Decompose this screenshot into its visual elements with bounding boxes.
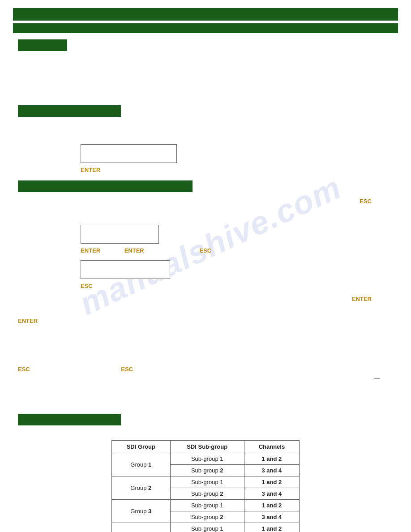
section1-text — [18, 124, 393, 134]
body-text-2 — [18, 333, 393, 363]
dash-symbol: — — [374, 374, 380, 381]
group-2-cell: Group 2 — [112, 476, 171, 500]
input-box-1[interactable] — [81, 144, 177, 163]
table-row: Group 1 Sub-group 1 1 and 2 — [112, 453, 300, 465]
esc-body-text: ESC ESC — [18, 365, 269, 374]
group3-subgroup2-cell: Sub-group 2 — [170, 511, 244, 523]
enter-key-row-1: ENTER — [81, 167, 393, 173]
group3-channels1-cell: 1 and 2 — [244, 500, 299, 511]
page-wrapper: manualshive.com ENTER — [0, 8, 411, 532]
section-title-bar-2 — [18, 180, 193, 192]
group4-channels1-cell: 1 and 2 — [244, 523, 299, 532]
esc-key-label-right-1: ESC — [360, 198, 372, 205]
group2-subgroup1-cell: Sub-group 1 — [170, 476, 244, 488]
enter-key-row-bottom: ENTER — [18, 317, 393, 324]
esc-key-label-3: ESC — [18, 366, 30, 373]
sdi-table: SDI Group SDI Sub-group Channels Group 1… — [111, 440, 300, 532]
group-3-cell: Group 3 — [112, 500, 171, 523]
group2-channels1-cell: 1 and 2 — [244, 476, 299, 488]
esc-dash-row: ESC ESC — — [18, 365, 393, 374]
esc-key-row-1: ESC — [81, 283, 393, 289]
content-area: ENTER ESC ENTER ENTER ESC ESC — [0, 33, 411, 532]
group-1-cell: Group 1 — [112, 453, 171, 476]
enter-key-label-bottom: ENTER — [18, 317, 38, 324]
section-title-bar-3 — [18, 414, 121, 425]
enter-key-label-1: ENTER — [81, 167, 100, 173]
table-header-group: SDI Group — [112, 441, 171, 453]
body-text-3 — [18, 382, 393, 401]
section-title-bar-1 — [18, 105, 121, 117]
table-row: Group 4 Sub-group 1 1 and 2 — [112, 523, 300, 532]
enter-key-label-right: ENTER — [352, 296, 372, 302]
esc-key-label-4: ESC — [121, 366, 133, 373]
table-row: Group 2 Sub-group 1 1 and 2 — [112, 476, 300, 488]
group2-channels2-cell: 3 and 4 — [244, 488, 299, 500]
group-4-cell: Group 4 — [112, 523, 171, 532]
group1-subgroup2-cell: Sub-group 2 — [170, 465, 244, 476]
input-box-2[interactable] — [81, 225, 159, 244]
group1-channels1-cell: 1 and 2 — [244, 453, 299, 465]
group1-subgroup1-cell: Sub-group 1 — [170, 453, 244, 465]
table-section: SDI Group SDI Sub-group Channels Group 1… — [18, 440, 393, 532]
esc-key-label-2: ESC — [81, 283, 93, 289]
esc-key-label-inline-1: ESC — [199, 247, 211, 254]
body-text-1 — [18, 296, 269, 315]
table-header-channels: Channels — [244, 441, 299, 453]
group3-subgroup1-cell: Sub-group 1 — [170, 500, 244, 511]
body-text-row-1: ENTER — [18, 296, 393, 315]
enter-key-row-2: ENTER ENTER ESC — [81, 247, 393, 254]
group1-channels2-cell: 3 and 4 — [244, 465, 299, 476]
group2-subgroup2-cell: Sub-group 2 — [170, 488, 244, 500]
group3-channels2-cell: 3 and 4 — [244, 511, 299, 523]
enter-key-label-2: ENTER — [81, 247, 100, 254]
table-header-subgroup: SDI Sub-group — [170, 441, 244, 453]
header-bar-1 — [13, 8, 398, 21]
intro-text-block — [18, 59, 393, 78]
section2-body-text — [18, 198, 309, 218]
input-box-3[interactable] — [81, 260, 170, 279]
section2-text-row: ESC — [18, 198, 393, 218]
header-bar-2 — [13, 23, 398, 33]
small-green-box — [18, 39, 67, 51]
table-row: Group 3 Sub-group 1 1 and 2 — [112, 500, 300, 511]
enter-key-label-3: ENTER — [124, 247, 144, 254]
group4-subgroup1-cell: Sub-group 1 — [170, 523, 244, 532]
